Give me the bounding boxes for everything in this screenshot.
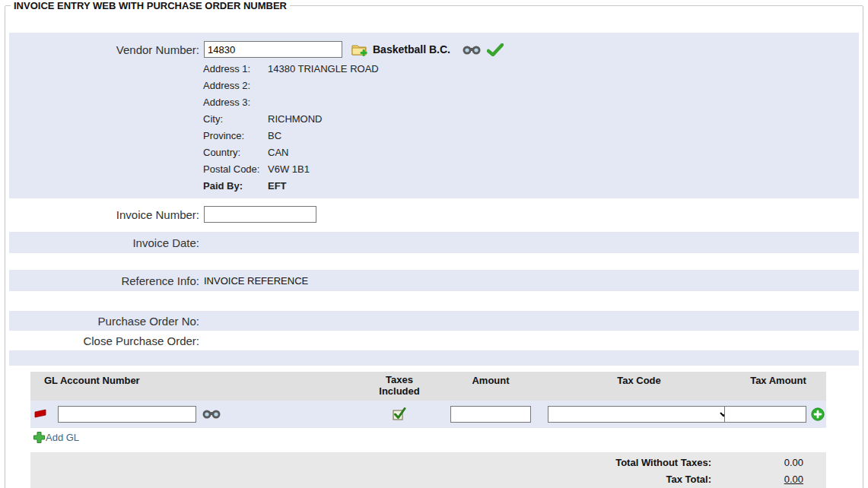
vendor-number-input[interactable] xyxy=(204,41,342,58)
vendor-valid-check-icon[interactable] xyxy=(487,43,504,56)
tax-total-label: Tax Total: xyxy=(666,474,711,485)
city-row: City: RICHMOND xyxy=(203,110,859,127)
header-tax-amount: Tax Amount xyxy=(730,375,826,386)
address3-row: Address 3: xyxy=(203,93,859,110)
total-without-taxes-label: Total Without Taxes: xyxy=(615,457,711,468)
gl-table: GL Account Number Taxes Included Amount … xyxy=(30,372,826,448)
address2-row: Address 2: xyxy=(203,77,859,93)
header-tax-code: Tax Code xyxy=(548,375,730,386)
gl-account-input[interactable] xyxy=(58,406,196,423)
gl-account-cell xyxy=(30,406,365,423)
city-value: RICHMOND xyxy=(268,113,323,125)
vendor-number-label: Vendor Number: xyxy=(9,43,199,56)
amount-input[interactable] xyxy=(450,406,531,423)
postal-code-row: Postal Code: V6W 1B1 xyxy=(203,160,859,177)
header-taxes-line1: Taxes xyxy=(365,375,434,386)
paid-by-label: Paid By: xyxy=(203,180,268,192)
invoice-number-input[interactable] xyxy=(204,206,316,223)
postal-code-label: Postal Code: xyxy=(203,163,268,175)
add-gl-button[interactable]: Add GL xyxy=(33,431,79,444)
province-label: Province: xyxy=(203,130,268,141)
paid-by-value: EFT xyxy=(268,180,287,192)
purchase-order-label: Purchase Order No: xyxy=(9,315,199,328)
tax-code-select[interactable] xyxy=(548,406,730,423)
add-gl-plus-icon xyxy=(33,431,46,444)
total-without-taxes-row: Total Without Taxes: 0.00 xyxy=(30,455,826,471)
tax-amount-input[interactable] xyxy=(724,406,806,423)
vendor-section: Vendor Number: Basketball B.C. xyxy=(9,33,859,198)
vendor-number-row: Vendor Number: Basketball B.C. xyxy=(9,39,859,60)
vendor-open-folder-icon[interactable] xyxy=(351,43,368,56)
delete-row-icon[interactable] xyxy=(34,409,47,419)
vendor-lookup-binoculars-icon[interactable] xyxy=(463,44,481,55)
page-title: INVOICE ENTRY WEB WITH PURCHASE ORDER NU… xyxy=(11,0,290,11)
invoice-number-row: Invoice Number: xyxy=(9,203,859,226)
invoice-date-label: Invoice Date: xyxy=(9,236,199,249)
tax-code-cell xyxy=(548,406,730,423)
province-row: Province: BC xyxy=(203,127,859,144)
postal-code-value: V6W 1B1 xyxy=(268,163,310,175)
vendor-name: Basketball B.C. xyxy=(373,43,450,55)
purchase-order-row: Purchase Order No: xyxy=(9,311,859,331)
country-row: Country: CAN xyxy=(203,144,859,160)
reference-info-label: Reference Info: xyxy=(9,274,199,287)
tax-total-row: Tax Total: 0.00 xyxy=(30,471,826,488)
taxes-included-checkbox[interactable] xyxy=(393,407,407,420)
close-purchase-order-row: Close Purchase Order: xyxy=(9,331,859,350)
paid-by-row: Paid By: EFT xyxy=(203,177,859,194)
add-gl-label: Add GL xyxy=(46,432,79,443)
close-purchase-order-label: Close Purchase Order: xyxy=(9,334,199,347)
address1-label: Address 1: xyxy=(203,63,268,74)
spacer-band xyxy=(9,350,859,366)
reference-info-value: INVOICE REFERENCE xyxy=(204,275,308,287)
gl-account-binoculars-icon[interactable] xyxy=(202,408,221,420)
header-gl-account-number: GL Account Number xyxy=(30,375,365,386)
reference-info-row: Reference Info: INVOICE REFERENCE xyxy=(9,270,859,291)
amount-cell xyxy=(434,406,548,423)
address3-label: Address 3: xyxy=(203,97,268,108)
totals-section: Total Without Taxes: 0.00 Tax Total: 0.0… xyxy=(30,452,826,488)
header-amount: Amount xyxy=(434,375,548,386)
address2-label: Address 2: xyxy=(203,80,268,91)
province-value: BC xyxy=(268,130,281,141)
address1-row: Address 1: 14380 TRIANGLE ROAD xyxy=(203,60,859,77)
gl-detail-row xyxy=(30,401,826,428)
country-value: CAN xyxy=(268,147,288,158)
add-row-plus-icon[interactable] xyxy=(811,407,825,421)
total-without-taxes-value: 0.00 xyxy=(711,457,826,468)
header-taxes-line2: Included xyxy=(365,386,434,398)
invoice-date-row: Invoice Date: xyxy=(9,232,859,253)
address1-value: 14380 TRIANGLE ROAD xyxy=(268,63,379,74)
tax-total-value[interactable]: 0.00 xyxy=(711,474,826,485)
invoice-entry-form: INVOICE ENTRY WEB WITH PURCHASE ORDER NU… xyxy=(5,0,863,488)
gl-table-header: GL Account Number Taxes Included Amount … xyxy=(30,372,826,401)
invoice-number-label: Invoice Number: xyxy=(9,208,199,221)
country-label: Country: xyxy=(203,147,268,158)
header-taxes-included: Taxes Included xyxy=(365,375,434,398)
city-label: City: xyxy=(203,113,268,125)
form-content: Vendor Number: Basketball B.C. xyxy=(9,11,859,488)
tax-amount-cell xyxy=(730,406,826,423)
add-gl-row: Add GL xyxy=(33,428,826,448)
taxes-included-cell xyxy=(365,407,434,420)
